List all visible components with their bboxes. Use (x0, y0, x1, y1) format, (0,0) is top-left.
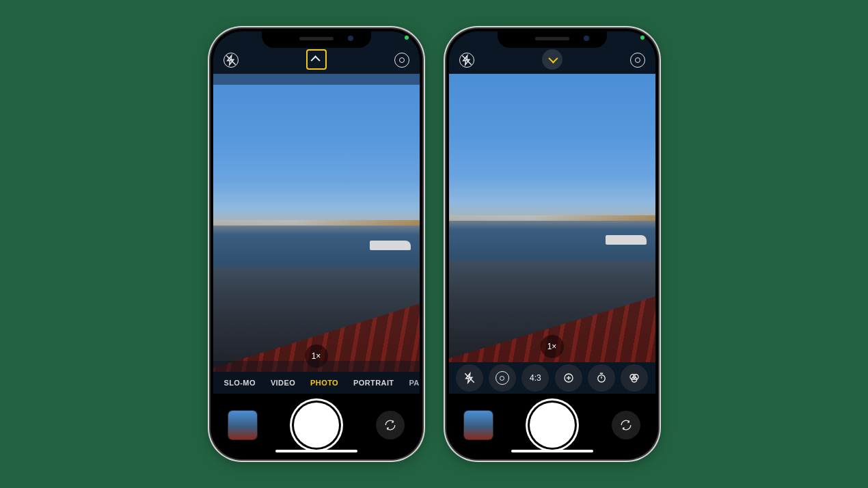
camera-tools-row: 4:3 (449, 362, 655, 394)
last-photo-thumbnail[interactable] (228, 411, 257, 439)
flash-toggle[interactable] (221, 51, 241, 70)
phone-right: 1× 4:3 (446, 29, 658, 459)
home-indicator[interactable] (275, 450, 357, 452)
live-photo-toggle[interactable] (392, 51, 411, 70)
notch (262, 29, 371, 48)
tool-timer[interactable] (588, 364, 615, 392)
chevron-down-icon (548, 54, 558, 64)
shutter-button[interactable] (294, 403, 339, 448)
last-photo-thumbnail[interactable] (464, 411, 493, 439)
live-photo-icon (496, 371, 509, 385)
mode-photo[interactable]: PHOTO (310, 379, 338, 387)
flash-toggle[interactable] (457, 51, 476, 70)
camera-active-indicator (640, 36, 645, 40)
camera-bottom-bar (449, 394, 655, 457)
filters-icon (628, 372, 640, 384)
flash-off-icon (459, 53, 474, 68)
phone-left: 1× SE SLO-MO VIDEO PHOTO PORTRAIT PANO (211, 29, 422, 459)
shutter-button[interactable] (530, 403, 575, 448)
mode-selector[interactable]: SE SLO-MO VIDEO PHOTO PORTRAIT PANO (213, 372, 420, 394)
tool-exposure[interactable] (555, 364, 582, 392)
zoom-button[interactable]: 1× (541, 335, 564, 358)
tool-flash[interactable] (456, 364, 483, 392)
options-chevron[interactable] (306, 49, 327, 70)
tool-aspect-ratio[interactable]: 4:3 (521, 364, 549, 392)
tool-live-photo[interactable] (489, 364, 516, 392)
switch-camera-button[interactable] (376, 411, 405, 439)
camera-active-indicator (405, 36, 409, 40)
exposure-icon (562, 372, 575, 384)
viewfinder[interactable]: 1× (449, 74, 655, 362)
viewfinder[interactable]: 1× (213, 74, 420, 372)
mode-video[interactable]: VIDEO (271, 379, 295, 387)
tool-filters[interactable] (621, 364, 648, 392)
home-indicator[interactable] (511, 450, 593, 452)
mode-portrait[interactable]: PORTRAIT (353, 379, 394, 387)
live-photo-icon (394, 53, 409, 68)
camera-bottom-bar (213, 394, 420, 457)
mode-pano[interactable]: PANO (409, 379, 419, 387)
live-photo-toggle[interactable] (628, 51, 647, 70)
live-photo-icon (630, 53, 645, 68)
switch-camera-icon (620, 419, 632, 431)
aspect-ratio-label: 4:3 (530, 373, 541, 383)
switch-camera-button[interactable] (612, 411, 640, 439)
flash-off-icon (463, 372, 476, 384)
chevron-up-icon (310, 55, 320, 65)
notch (498, 29, 607, 48)
options-chevron[interactable] (542, 49, 562, 70)
timer-icon (595, 372, 608, 384)
switch-camera-icon (384, 419, 396, 431)
flash-off-icon (223, 53, 239, 68)
mode-slomo[interactable]: SLO-MO (223, 379, 255, 387)
